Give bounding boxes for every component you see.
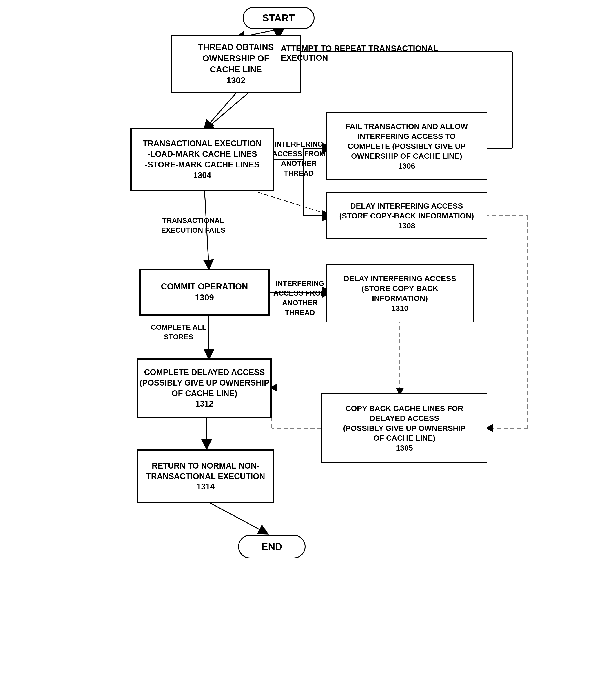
interfering-access-label-1: INTERFERINGACCESS FROMANOTHERTHREAD [272,139,326,178]
svg-line-22 [207,501,267,534]
box-1306-label: FAIL TRANSACTION AND ALLOWINTERFERING AC… [346,121,468,171]
box-1312: COMPLETE DELAYED ACCESS(POSSIBLY GIVE UP… [137,359,272,418]
box-1314: RETURN TO NORMAL NON-TRANSACTIONAL EXECU… [137,449,274,503]
box-1310: DELAY INTERFERING ACCESS(STORE COPY-BACK… [326,264,474,322]
box-1305-label: COPY BACK CACHE LINES FORDELAYED ACCESS(… [343,403,465,453]
transactional-fails-label: TRANSACTIONALEXECUTION FAILS [146,216,240,235]
box-1314-label: RETURN TO NORMAL NON-TRANSACTIONAL EXECU… [146,461,265,492]
start-node: START [243,7,314,29]
end-label: END [262,540,282,553]
svg-line-2 [204,93,236,129]
box-1308: DELAY INTERFERING ACCESS(STORE COPY-BACK… [326,192,487,239]
box-1302-label: THREAD OBTAINS OWNERSHIP OFCACHE LINE130… [172,42,300,86]
box-1304: TRANSACTIONAL EXECUTION-LOAD-MARK CACHE … [130,128,274,191]
box-1308-label: DELAY INTERFERING ACCESS(STORE COPY-BACK… [339,201,474,231]
box-1302: THREAD OBTAINS OWNERSHIP OFCACHE LINE130… [171,35,301,93]
complete-all-stores-label: COMPLETE ALLSTORES [141,322,216,342]
interfering-access-label-2: INTERFERINGACCESS FROMANOTHERTHREAD [273,279,327,318]
box-1312-label: COMPLETE DELAYED ACCESS(POSSIBLY GIVE UP… [139,367,269,409]
start-label: START [262,12,294,24]
box-1305: COPY BACK CACHE LINES FORDELAYED ACCESS(… [321,393,487,463]
end-node: END [238,535,306,558]
box-1309: COMMIT OPERATION1309 [139,268,269,316]
attempt-repeat-label: ATTEMPT TO REPEAT TRANSACTIONAL EXECUTIO… [281,44,483,63]
box-1304-label: TRANSACTIONAL EXECUTION-LOAD-MARK CACHE … [142,138,262,180]
box-1306: FAIL TRANSACTION AND ALLOWINTERFERING AC… [326,112,487,180]
box-1310-label: DELAY INTERFERING ACCESS(STORE COPY-BACK… [344,274,456,313]
box-1309-label: COMMIT OPERATION1309 [161,281,248,303]
